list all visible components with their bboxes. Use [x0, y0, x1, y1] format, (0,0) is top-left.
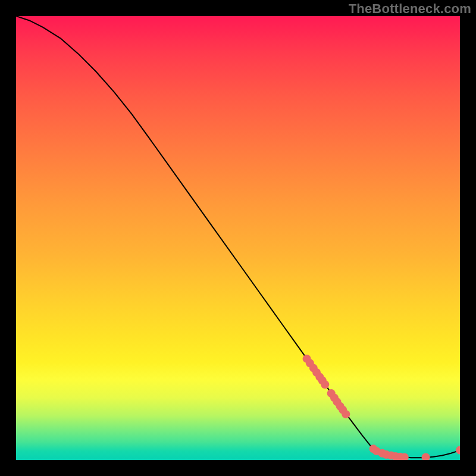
- bottleneck-curve: [16, 16, 460, 458]
- watermark-text: TheBottleneck.com: [349, 1, 471, 17]
- chart-container: TheBottleneck.com: [0, 0, 476, 476]
- data-point: [422, 453, 430, 460]
- data-point: [321, 380, 329, 389]
- data-point: [456, 446, 460, 455]
- data-point: [342, 410, 350, 418]
- curve-overlay: [16, 16, 460, 460]
- plot-area: [16, 16, 460, 460]
- data-points: [303, 355, 460, 460]
